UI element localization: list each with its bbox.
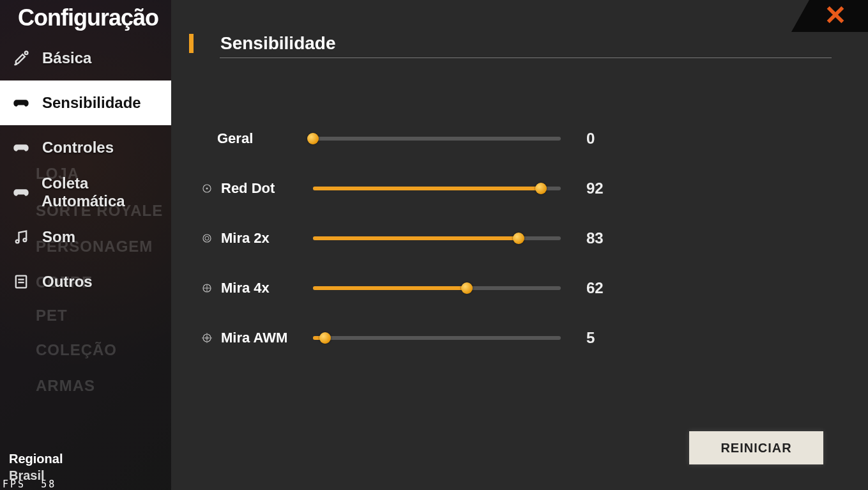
slider-awm[interactable]	[313, 336, 561, 340]
slider-label: Geral	[217, 130, 313, 147]
slider-label: Mira AWM	[217, 330, 313, 346]
slider-thumb[interactable]	[307, 133, 319, 144]
close-icon	[813, 4, 846, 28]
sliders-container: Geral 0 Red Dot 92 Mira 2x	[202, 114, 802, 363]
svg-point-1	[16, 240, 19, 243]
svg-point-7	[206, 188, 208, 190]
sidebar-item-autoloot[interactable]: Coleta Automática	[0, 170, 171, 215]
slider-row-awm: Mira AWM 5	[202, 313, 802, 363]
region-label: Regional	[9, 450, 63, 467]
sidebar-items: Básica Sensibilidade Controles	[0, 36, 171, 304]
slider-value: 5	[580, 329, 631, 347]
slider-reddot[interactable]	[313, 187, 561, 190]
lobby-ghost: PET	[36, 307, 68, 325]
slider-row-general: Geral 0	[202, 114, 802, 164]
slider-row-4x: Mira 4x 62	[202, 263, 802, 313]
svg-point-9	[205, 236, 209, 240]
main-panel: Sensibilidade Geral 0 Red Dot 92	[171, 0, 868, 490]
section-title: Sensibilidade	[220, 33, 336, 54]
slider-4x[interactable]	[313, 286, 561, 290]
sidebar-item-label: Outros	[42, 273, 93, 291]
reset-button[interactable]: REINICIAR	[689, 431, 823, 464]
slider-thumb[interactable]	[513, 233, 524, 244]
sniper-scope-icon	[202, 333, 212, 343]
section-header: Sensibilidade	[189, 33, 336, 54]
gamepad-icon	[11, 93, 31, 112]
sidebar-item-sensitivity[interactable]: Sensibilidade	[0, 80, 171, 125]
sidebar-item-label: Controles	[42, 139, 114, 157]
page-title: Configuração	[0, 0, 171, 36]
slider-thumb[interactable]	[461, 282, 473, 294]
slider-row-2x: Mira 2x 83	[202, 213, 802, 263]
sidebar-item-controls[interactable]: Controles	[0, 125, 171, 170]
slider-thumb[interactable]	[319, 332, 331, 344]
lobby-ghost: COLEÇÃO	[36, 341, 117, 359]
sidebar-item-others[interactable]: Outros	[0, 259, 171, 304]
tools-icon	[11, 49, 31, 68]
sidebar-item-label: Coleta Automática	[42, 174, 171, 210]
scope-icon	[202, 233, 212, 243]
svg-point-2	[24, 238, 27, 241]
sidebar-item-sound[interactable]: Som	[0, 215, 171, 259]
slider-fill	[313, 187, 541, 190]
fps-counter: FPS 58	[3, 479, 56, 490]
lobby-ghost: ARMAS	[36, 377, 95, 395]
slider-2x[interactable]	[313, 236, 561, 240]
sidebar: Configuração LOJA SORTE ROYALE PERSONAGE…	[0, 0, 171, 490]
sidebar-item-label: Sensibilidade	[42, 94, 141, 112]
slider-label: Red Dot	[217, 180, 313, 197]
reddot-icon	[202, 183, 212, 194]
slider-fill	[313, 236, 519, 240]
fps-label: FPS	[3, 479, 26, 490]
music-icon	[11, 227, 31, 247]
slider-value: 62	[580, 279, 631, 297]
svg-point-8	[203, 234, 211, 242]
sidebar-item-label: Básica	[42, 49, 91, 67]
section-marker	[189, 34, 194, 53]
document-icon	[11, 272, 31, 291]
slider-value: 83	[580, 229, 631, 247]
no-icon	[202, 134, 212, 144]
slider-fill	[313, 286, 467, 290]
fps-value: 58	[41, 479, 56, 490]
slider-thumb[interactable]	[535, 183, 547, 194]
gamepad-icon	[11, 183, 30, 202]
slider-row-reddot: Red Dot 92	[202, 164, 802, 213]
gamepad-icon	[11, 138, 31, 157]
slider-label: Mira 2x	[217, 230, 313, 247]
scope-icon	[202, 283, 212, 293]
sidebar-item-label: Som	[42, 228, 75, 246]
slider-general[interactable]	[313, 137, 561, 141]
svg-point-0	[25, 52, 28, 55]
slider-label: Mira 4x	[217, 280, 313, 296]
slider-value: 92	[580, 180, 631, 197]
slider-value: 0	[580, 130, 631, 148]
sidebar-item-basic[interactable]: Básica	[0, 36, 171, 80]
section-underline	[220, 57, 832, 58]
